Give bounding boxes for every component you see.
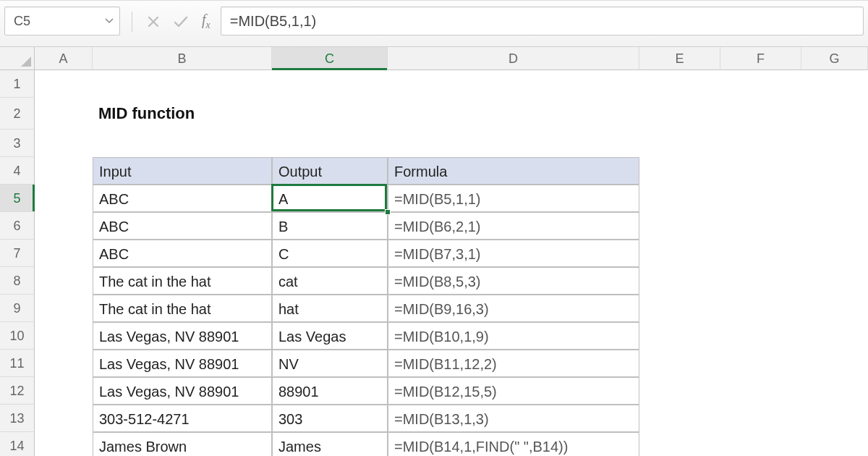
col-head-A[interactable]: A (35, 47, 93, 70)
col-head-D[interactable]: D (388, 47, 639, 70)
cell-G14[interactable] (801, 432, 868, 456)
cell-F8[interactable] (720, 267, 801, 295)
cell-C6[interactable]: B (272, 212, 388, 240)
cell-E3[interactable] (639, 130, 720, 157)
cell-A3[interactable] (35, 130, 93, 157)
row-head-7[interactable]: 7 (0, 240, 35, 267)
worksheet-grid[interactable]: A B C D E F G 1 2 MID function 3 4 Input… (0, 47, 868, 456)
cell-F13[interactable] (720, 405, 801, 432)
cell-D4[interactable]: Formula (388, 157, 639, 185)
cell-G4[interactable] (801, 157, 868, 185)
cell-B5[interactable]: ABC (93, 185, 272, 212)
cell-F4[interactable] (720, 157, 801, 185)
cell-G5[interactable] (801, 185, 868, 212)
cell-A4[interactable] (35, 157, 93, 185)
cell-F5[interactable] (720, 185, 801, 212)
cell-A9[interactable] (35, 295, 93, 322)
cell-D14[interactable]: =MID(B14,1,FIND(" ",B14)) (388, 432, 639, 456)
cell-B11[interactable]: Las Vegas, NV 88901 (93, 350, 272, 377)
cell-D5[interactable]: =MID(B5,1,1) (388, 185, 639, 212)
name-box[interactable]: C5 (4, 7, 120, 35)
cell-E9[interactable] (639, 295, 720, 322)
cell-C8[interactable]: cat (272, 267, 388, 295)
cell-D9[interactable]: =MID(B9,16,3) (388, 295, 639, 322)
row-head-8[interactable]: 8 (0, 267, 35, 295)
cell-B9[interactable]: The cat in the hat (93, 295, 272, 322)
cell-A13[interactable] (35, 405, 93, 432)
enter-icon[interactable] (173, 15, 189, 28)
cell-A12[interactable] (35, 377, 93, 405)
cell-C4[interactable]: Output (272, 157, 388, 185)
cell-F7[interactable] (720, 240, 801, 267)
cell-C9[interactable]: hat (272, 295, 388, 322)
row-head-12[interactable]: 12 (0, 377, 35, 405)
cell-C3[interactable] (272, 130, 388, 157)
cell-C11[interactable]: NV (272, 350, 388, 377)
select-all-corner[interactable] (0, 47, 35, 70)
cell-F1[interactable] (720, 70, 801, 98)
cell-E12[interactable] (639, 377, 720, 405)
cell-E5[interactable] (639, 185, 720, 212)
cell-G8[interactable] (801, 267, 868, 295)
cell-A6[interactable] (35, 212, 93, 240)
cell-G2[interactable] (801, 98, 868, 130)
cell-E10[interactable] (639, 322, 720, 350)
cell-E11[interactable] (639, 350, 720, 377)
cell-C10[interactable]: Las Vegas (272, 322, 388, 350)
cell-F6[interactable] (720, 212, 801, 240)
cell-C14[interactable]: James (272, 432, 388, 456)
cell-E4[interactable] (639, 157, 720, 185)
cell-G6[interactable] (801, 212, 868, 240)
cell-E13[interactable] (639, 405, 720, 432)
cancel-icon[interactable] (147, 15, 160, 28)
cell-B3[interactable] (93, 130, 272, 157)
cell-A8[interactable] (35, 267, 93, 295)
row-head-4[interactable]: 4 (0, 157, 35, 185)
cell-F14[interactable] (720, 432, 801, 456)
cell-B10[interactable]: Las Vegas, NV 88901 (93, 322, 272, 350)
cell-B1[interactable] (93, 70, 272, 98)
cell-G11[interactable] (801, 350, 868, 377)
cell-B4[interactable]: Input (93, 157, 272, 185)
cell-A2[interactable] (35, 98, 93, 130)
cell-B2[interactable]: MID function (93, 98, 272, 130)
cell-D10[interactable]: =MID(B10,1,9) (388, 322, 639, 350)
row-head-14[interactable]: 14 (0, 432, 35, 456)
cell-B8[interactable]: The cat in the hat (93, 267, 272, 295)
col-head-F[interactable]: F (720, 47, 801, 70)
cell-A7[interactable] (35, 240, 93, 267)
cell-B7[interactable]: ABC (93, 240, 272, 267)
cell-C12[interactable]: 88901 (272, 377, 388, 405)
col-head-C[interactable]: C (272, 47, 388, 70)
fill-handle[interactable] (385, 209, 391, 215)
row-head-11[interactable]: 11 (0, 350, 35, 377)
cell-D6[interactable]: =MID(B6,2,1) (388, 212, 639, 240)
cell-F12[interactable] (720, 377, 801, 405)
row-head-10[interactable]: 10 (0, 322, 35, 350)
col-head-E[interactable]: E (639, 47, 720, 70)
row-head-3[interactable]: 3 (0, 130, 35, 157)
cell-G13[interactable] (801, 405, 868, 432)
cell-E2[interactable] (639, 98, 720, 130)
cell-E1[interactable] (639, 70, 720, 98)
row-head-2[interactable]: 2 (0, 98, 35, 130)
cell-A11[interactable] (35, 350, 93, 377)
cell-B6[interactable]: ABC (93, 212, 272, 240)
cell-B12[interactable]: Las Vegas, NV 88901 (93, 377, 272, 405)
cell-D12[interactable]: =MID(B12,15,5) (388, 377, 639, 405)
cell-F11[interactable] (720, 350, 801, 377)
cell-G9[interactable] (801, 295, 868, 322)
cell-G12[interactable] (801, 377, 868, 405)
cell-D11[interactable]: =MID(B11,12,2) (388, 350, 639, 377)
cell-C13[interactable]: 303 (272, 405, 388, 432)
cell-D13[interactable]: =MID(B13,1,3) (388, 405, 639, 432)
cell-F9[interactable] (720, 295, 801, 322)
formula-input[interactable]: =MID(B5,1,1) (221, 7, 864, 35)
cell-C1[interactable] (272, 70, 388, 98)
cell-D3[interactable] (388, 130, 639, 157)
cell-D8[interactable]: =MID(B8,5,3) (388, 267, 639, 295)
row-head-5[interactable]: 5 (0, 185, 35, 212)
row-head-6[interactable]: 6 (0, 212, 35, 240)
cell-B13[interactable]: 303-512-4271 (93, 405, 272, 432)
cell-E14[interactable] (639, 432, 720, 456)
